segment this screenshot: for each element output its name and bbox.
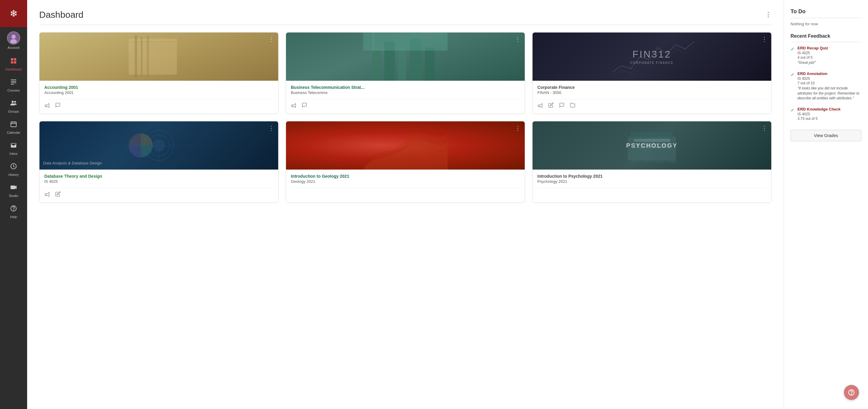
svg-rect-24 [141,37,143,76]
svg-rect-19 [132,41,179,43]
page-title: Dashboard [39,10,84,20]
todo-divider [790,18,861,18]
svg-point-11 [12,101,14,103]
svg-rect-40 [634,139,670,142]
course-card-biz-telecom[interactable]: ⋮ Business Telecommunication Strat... Bu… [286,32,525,114]
check-icon-3: ✓ [790,107,795,122]
help-fab-button[interactable] [844,385,859,400]
course-card-db-design[interactable]: Data Analysis & Database Design ⋮ Databa… [39,121,278,203]
svg-rect-4 [14,58,16,61]
course-card-accounting[interactable]: ⋮ Accounting 2001 Accounting 2001 [39,32,278,114]
card-menu-psychology[interactable]: ⋮ [761,125,768,132]
sidebar-item-label-inbox: Inbox [10,152,18,156]
course-card-image-corp-finance: FIN312 CORPORATE FINANCE ⋮ [532,33,771,81]
svg-rect-32 [363,33,447,50]
megaphone-icon-4[interactable] [44,191,50,198]
courses-icon [10,78,17,87]
card-menu-db-design[interactable]: ⋮ [268,125,275,132]
megaphone-icon-3[interactable] [537,102,543,109]
course-card-title-accounting: Accounting 2001 [44,85,273,90]
edit-icon-2[interactable] [55,191,61,198]
sidebar-item-calendar[interactable]: Calendar [0,117,27,138]
sidebar-item-label-help: Help [10,215,17,219]
sidebar-item-groups[interactable]: Groups [0,96,27,117]
feedback-course-2: IS 4025 [798,76,861,81]
feedback-link-1[interactable]: ERD Recap Quiz [798,46,828,50]
sidebar-item-help[interactable]: Help [0,201,27,222]
course-card-body-db-design: Database Theory and Design IS 4025 [39,170,278,202]
svg-rect-6 [14,61,16,64]
course-card-body-accounting: Accounting 2001 Accounting 2001 [39,81,278,113]
feedback-item-3: ✓ ERD Knowledge Check IS 4025 3.75 out o… [790,107,861,122]
sidebar: ❄ Account Dashboard Courses Groups [0,0,27,409]
chat-icon[interactable] [55,102,61,109]
sidebar-item-dashboard[interactable]: Dashboard [0,54,27,75]
course-card-image-psychology: PSYCHOLOGY ⋮ [532,122,771,170]
course-card-actions-geology [291,188,520,194]
course-card-actions-corp-finance [537,99,767,109]
feedback-link-3[interactable]: ERD Knowledge Check [798,107,841,111]
sidebar-item-account[interactable]: Account [0,27,27,54]
sidebar-item-courses[interactable]: Courses [0,75,27,96]
svg-rect-20 [132,44,177,45]
course-card-actions-accounting [44,99,273,109]
sidebar-item-history[interactable]: History [0,159,27,180]
fin312-overlay: FIN312 CORPORATE FINANCE [630,49,673,64]
course-card-subtitle-psychology: Psychology 2021 [537,179,767,184]
course-card-psychology[interactable]: PSYCHOLOGY ⋮ Introduction to Psychology … [532,121,772,203]
view-grades-button[interactable]: View Grades [790,130,861,141]
course-card-title-corp-finance: Corporate Finance [537,85,767,90]
course-card-subtitle-geology: Geology 2021 [291,179,520,184]
feedback-score-3: 3.75 out of 5 [798,116,841,121]
psych-overlay-text: PSYCHOLOGY [626,142,678,149]
main-content: Dashboard ⋮ [27,0,868,409]
sidebar-item-inbox[interactable]: Inbox [0,138,27,159]
svg-rect-13 [11,122,16,127]
sidebar-item-studio[interactable]: Studio [0,180,27,201]
course-card-geology[interactable]: ⋮ Introduction to Geology 2021 Geology 2… [286,121,525,203]
course-card-subtitle-biz-telecom: Business Telecomms [291,90,520,95]
chat-icon-2[interactable] [302,102,307,109]
feedback-link-2[interactable]: ERD Annotation [798,71,861,76]
feedback-divider [790,42,861,42]
fin312-sub-text: CORPORATE FINANCE [630,61,673,64]
svg-rect-25 [147,36,149,77]
svg-rect-7 [11,79,16,80]
page-header: Dashboard ⋮ [39,10,772,25]
svg-rect-28 [398,46,406,81]
megaphone-icon[interactable] [44,102,50,109]
course-card-subtitle-db-design: IS 4025 [44,179,273,184]
sidebar-item-label-dashboard: Dashboard [5,67,22,71]
avatar [7,31,20,44]
course-card-body-geology: Introduction to Geology 2021 Geology 202… [286,170,525,198]
feedback-content-3: ERD Knowledge Check IS 4025 3.75 out of … [798,107,841,122]
svg-rect-26 [372,50,381,81]
edit-icon[interactable] [548,102,554,109]
check-icon-2: ✓ [790,72,795,101]
history-icon [10,163,17,172]
megaphone-icon-2[interactable] [291,102,296,109]
course-card-corp-finance[interactable]: FIN312 CORPORATE FINANCE ⋮ Corporate Fin… [532,32,772,114]
svg-rect-21 [132,47,176,48]
card-menu-geology[interactable]: ⋮ [515,125,521,132]
course-card-image-accounting: ⋮ [39,33,278,81]
course-card-actions-biz-telecom [291,99,520,109]
check-icon-1: ✓ [790,46,795,65]
calendar-icon [10,121,17,130]
course-card-actions-psychology [537,188,767,194]
card-menu-accounting[interactable]: ⋮ [268,36,275,43]
sidebar-item-label-courses: Courses [7,89,20,92]
svg-rect-15 [10,185,15,189]
card-menu-corp-finance[interactable]: ⋮ [761,36,768,43]
svg-rect-22 [132,50,176,52]
inbox-icon [10,142,17,150]
sidebar-item-label-calendar: Calendar [7,131,21,134]
folder-icon[interactable] [570,102,575,109]
sidebar-item-label-groups: Groups [8,110,19,113]
card-menu-biz-telecom[interactable]: ⋮ [515,36,521,43]
chat-icon-3[interactable] [559,102,564,109]
svg-rect-30 [425,47,435,81]
course-card-actions-db-design [44,188,273,198]
header-menu-button[interactable]: ⋮ [765,11,772,19]
svg-rect-9 [11,82,16,83]
